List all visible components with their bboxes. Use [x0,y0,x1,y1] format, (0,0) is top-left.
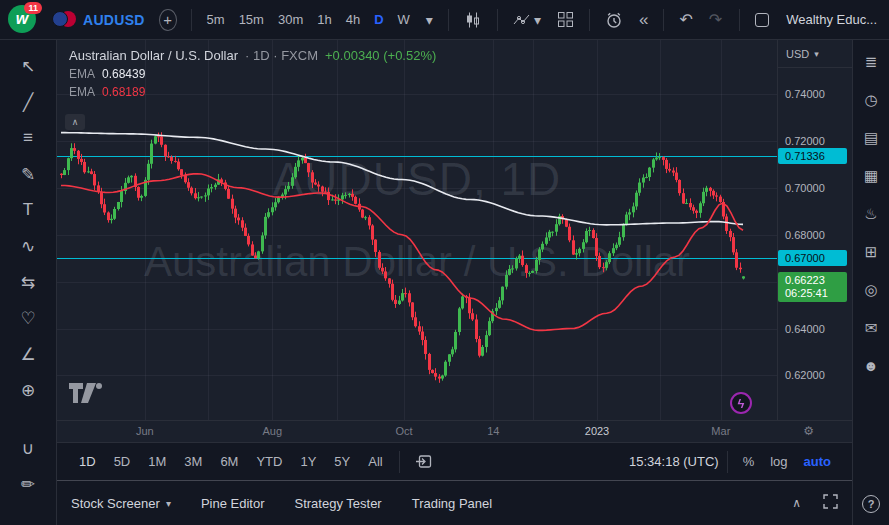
legend-ema1-row[interactable]: EMA 0.68439 [65,65,149,83]
compare-add-button[interactable]: + [159,9,177,31]
hotlists-icon[interactable]: ♨ [864,206,877,221]
indicators-icon [513,12,531,28]
legend-ema2-row[interactable]: EMA 0.68189 [65,83,149,101]
create-alert-button[interactable] [598,7,630,33]
ideas-icon[interactable]: ◎ [864,282,877,297]
indicators-button[interactable]: ▾ [506,8,548,32]
left-toolbar: ↖╱≡✎T∿⇆♡∠⊕∪✏ [0,40,57,525]
range-1m[interactable]: 1M [140,450,174,473]
calendar-icon[interactable]: ⊞ [865,244,878,259]
chart-type-button[interactable] [457,7,489,33]
community-icon[interactable]: ☻ [863,358,879,373]
fib-retracement-icon[interactable]: ≡ [10,120,46,156]
panel-expand-chevron[interactable]: ∧ [792,496,801,510]
timeframe-5m[interactable]: 5m [200,8,232,31]
timeframe-1h[interactable]: 1h [310,8,338,31]
fullscreen-icon[interactable] [823,494,838,512]
timeframe-15m[interactable]: 15m [232,8,271,31]
range-6m[interactable]: 6M [212,450,246,473]
bar-countdown: 06:25:41 [785,287,847,300]
timeframe-group: 5m15m30m1h4hDW [200,8,417,31]
price-tick: 0.72000 [778,135,825,147]
log-scale-button[interactable]: log [763,450,794,473]
chevron-down-icon: ▾ [166,498,171,509]
trend-line-icon[interactable]: ╱ [10,84,46,120]
replay-icon: « [639,10,648,30]
tab-trading-panel[interactable]: Trading Panel [412,496,492,511]
time-label: Mar [711,425,730,437]
range-ytd[interactable]: YTD [248,450,290,473]
legend-main-row[interactable]: Australian Dollar / U.S. Dollar · 1D · F… [65,46,440,65]
go-to-date-button[interactable] [408,451,439,472]
undo-button[interactable]: ↶ [672,6,699,33]
measure-icon[interactable]: ∠ [10,336,46,372]
timeframe-dropdown-button[interactable]: ▾ [419,8,440,32]
cursor-icon[interactable]: ↖ [10,48,46,84]
ema1-label: EMA [69,67,95,81]
tab-strategy-tester[interactable]: Strategy Tester [295,496,382,511]
pane-collapse-button[interactable]: ∧ [65,114,85,130]
symbol-search-button[interactable]: AUDUSD [46,7,151,32]
redo-button[interactable]: ↷ [702,6,729,33]
chart-pane[interactable]: AUDUSD, 1D Australian Dollar / U.S. Doll… [57,40,777,420]
percent-scale-button[interactable]: % [736,450,762,473]
ema1-value: 0.68439 [102,67,145,81]
pattern-icon[interactable]: ∿ [10,228,46,264]
toolbar-separator [497,9,498,31]
text-tool-icon[interactable]: T [10,192,46,228]
tradingview-logo-icon[interactable] [69,383,103,406]
range-5y[interactable]: 5Y [326,450,358,473]
alerts-icon[interactable]: ◷ [864,92,877,107]
undo-icon: ↶ [679,10,692,29]
range-1d[interactable]: 1D [71,450,104,473]
account-menu-button[interactable]: w 11 [8,5,40,35]
gear-icon[interactable]: ⚙ [803,424,814,438]
tab-pine-editor[interactable]: Pine Editor [201,496,265,511]
chevron-down-icon: ▾ [426,12,433,28]
brush-icon[interactable]: ✎ [10,156,46,192]
tab-stock-screener[interactable]: Stock Screener▾ [71,496,171,511]
ema2-value: 0.68189 [102,85,145,99]
layout-grid-button[interactable] [550,7,581,32]
edit-icon[interactable]: ✏ [10,466,46,502]
chart-row: AUDUSD, 1D Australian Dollar / U.S. Doll… [57,40,852,420]
toolbar-separator [589,9,590,31]
range-1y[interactable]: 1Y [292,450,324,473]
chat-icon[interactable]: ✉ [865,320,878,335]
data-window-icon[interactable]: ▦ [864,168,878,183]
bar-replay-button[interactable]: « [632,6,655,34]
price-axis[interactable]: USD ▾ 0.740000.720000.700000.680000.6400… [777,40,852,420]
main-area: ↖╱≡✎T∿⇆♡∠⊕∪✏ AUDUSD, 1D Australian Dolla… [0,40,889,525]
time-axis[interactable]: ⚙ JunAugOct142023Mar [57,420,852,442]
time-label: 14 [487,425,499,437]
timeframe-30m[interactable]: 30m [271,8,310,31]
zoom-in-icon[interactable]: ⊕ [10,372,46,408]
magnet-icon[interactable]: ∪ [10,430,46,466]
redo-icon: ↷ [709,10,722,29]
range-all[interactable]: All [360,450,390,473]
chevron-down-icon: ▾ [814,49,819,59]
auto-scale-button[interactable]: auto [797,450,838,473]
forecast-icon[interactable]: ⇆ [10,264,46,300]
indicator-bolt-icon[interactable]: ϟ [730,392,752,414]
news-icon[interactable]: ▤ [864,130,878,145]
watchlist-icon[interactable]: ≣ [865,54,878,69]
range-5d[interactable]: 5D [106,450,139,473]
emoji-heart-icon[interactable]: ♡ [10,300,46,336]
layout-square-icon [755,13,769,27]
price-tick: 0.74000 [778,88,825,100]
timeframe-4h[interactable]: 4h [339,8,367,31]
currency-label: USD [786,48,809,60]
ema2-label: EMA [69,85,95,99]
layout-name[interactable]: Wealthy Educ... [778,12,881,27]
candlestick-icon [464,11,482,29]
price-axis-currency[interactable]: USD ▾ [778,40,852,68]
timeframe-d[interactable]: D [367,8,390,31]
time-label: Aug [262,425,282,437]
timeframe-w[interactable]: W [391,8,417,31]
help-icon[interactable]: ? [862,495,880,513]
range-3m[interactable]: 3M [176,450,210,473]
utc-clock[interactable]: 15:34:18 (UTC) [629,454,719,469]
toolbar-separator [663,9,664,31]
save-layout-button[interactable] [748,9,776,31]
